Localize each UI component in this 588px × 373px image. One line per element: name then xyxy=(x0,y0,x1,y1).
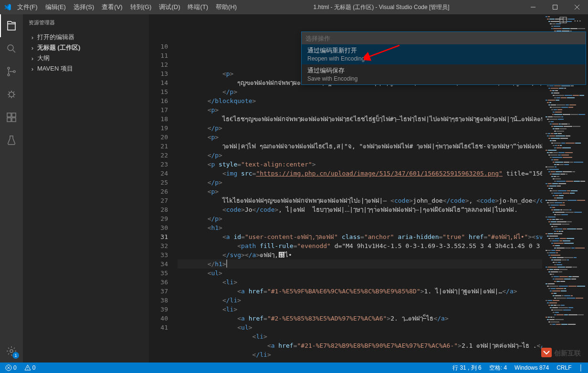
status-eol[interactable]: CRLF xyxy=(555,364,573,371)
menu-debug[interactable]: 调试(D) xyxy=(155,0,184,14)
sidebar-item-outline[interactable]: ›大纲 xyxy=(23,53,149,63)
activity-settings[interactable]: 1 xyxy=(0,340,23,363)
chevron-right-icon: › xyxy=(29,33,36,41)
menu-select[interactable]: 选择(S) xyxy=(70,0,98,14)
status-indentation[interactable]: 空格: 4 xyxy=(488,364,508,372)
svg-point-2 xyxy=(8,67,10,69)
activity-explorer[interactable] xyxy=(0,14,23,37)
statusbar: 0 0 行 31 , 列 6 空格: 4 Windows 874 CRLF │ xyxy=(0,363,588,373)
sidebar-explorer: 资源管理器 ›打开的编辑器 ›无标题 (工作区) ›大纲 ›MAVEN 项目 xyxy=(23,14,149,363)
activity-bar: 1 xyxy=(0,14,23,363)
dropdown-item-save-encoding[interactable]: 通过编码保存 Save with Encoding xyxy=(302,64,586,84)
sidebar-item-label: 无标题 (工作区) xyxy=(37,43,80,52)
svg-point-4 xyxy=(13,71,15,73)
sidebar-item-label: 大纲 xyxy=(37,54,50,62)
titlebar: 文件(F) 编辑(E) 选择(S) 查看(V) 转到(G) 调试(D) 终端(T… xyxy=(0,0,588,14)
menu-file[interactable]: 文件(F) xyxy=(13,0,42,14)
svg-rect-9 xyxy=(12,113,16,117)
svg-point-3 xyxy=(8,74,10,76)
activity-extensions[interactable] xyxy=(0,106,23,129)
svg-point-10 xyxy=(10,350,13,352)
activity-debug[interactable] xyxy=(0,83,23,106)
status-cursor-position[interactable]: 行 31 , 列 6 xyxy=(451,364,483,372)
menu-go[interactable]: 转到(G) xyxy=(126,0,156,14)
editor-area: ⋯ 10111213141516171819202122232425262728… xyxy=(149,14,588,363)
sidebar-title: 资源管理器 xyxy=(23,14,149,31)
activity-source-control[interactable] xyxy=(0,60,23,83)
dropdown-item-reopen-encoding[interactable]: 通过编码重新打开 Reopen with Encoding xyxy=(302,44,586,64)
chevron-right-icon: › xyxy=(29,65,36,73)
menu-view[interactable]: 查看(V) xyxy=(98,0,126,14)
split-editor-icon[interactable] xyxy=(559,16,567,25)
status-warnings[interactable]: 0 xyxy=(23,364,37,371)
dropdown-item-sub: Save with Encoding xyxy=(307,75,580,83)
sidebar-item-label: 打开的编辑器 xyxy=(37,33,74,41)
dropdown-item-title: 通过编码重新打开 xyxy=(307,46,580,55)
window-title: 1.html - 无标题 (工作区) - Visual Studio Code … xyxy=(313,3,449,11)
status-warnings-count: 0 xyxy=(32,364,36,371)
dropdown-item-sub: Reopen with Encoding xyxy=(307,55,580,62)
menu-bar: 文件(F) 编辑(E) 选择(S) 查看(V) 转到(G) 调试(D) 终端(T… xyxy=(13,0,241,14)
activity-test[interactable] xyxy=(0,129,23,152)
chevron-right-icon: › xyxy=(29,54,36,62)
command-palette-input[interactable] xyxy=(302,32,586,44)
menu-edit[interactable]: 编辑(E) xyxy=(42,0,70,14)
svg-point-5 xyxy=(9,92,14,97)
dropdown-item-title: 通过编码保存 xyxy=(307,66,580,75)
line-number-gutter: 1011121314151617181920212223242526272829… xyxy=(149,14,178,363)
svg-rect-7 xyxy=(7,118,11,122)
svg-rect-8 xyxy=(12,118,16,122)
chevron-right-icon: › xyxy=(29,44,36,52)
svg-rect-0 xyxy=(553,5,557,10)
maximize-button[interactable] xyxy=(544,0,566,14)
menu-terminal[interactable]: 终端(T) xyxy=(184,0,212,14)
sidebar-item-workspace[interactable]: ›无标题 (工作区) xyxy=(23,42,149,53)
status-errors-count: 0 xyxy=(13,364,17,371)
sidebar-item-label: MAVEN 项目 xyxy=(37,64,73,73)
command-palette-input-wrapper xyxy=(301,31,586,45)
sidebar-item-maven[interactable]: ›MAVEN 项目 xyxy=(23,63,149,74)
status-encoding[interactable]: Windows 874 xyxy=(513,364,550,371)
svg-point-1 xyxy=(8,45,13,51)
status-errors[interactable]: 0 xyxy=(4,364,18,371)
activity-search[interactable] xyxy=(0,37,23,60)
close-button[interactable] xyxy=(566,0,588,14)
status-lang[interactable]: │ xyxy=(578,364,585,371)
menu-help[interactable]: 帮助(H) xyxy=(212,0,241,14)
vscode-logo-icon xyxy=(4,3,11,11)
svg-rect-6 xyxy=(7,113,11,117)
more-icon[interactable]: ⋯ xyxy=(574,16,581,25)
sidebar-item-open-editors[interactable]: ›打开的编辑器 xyxy=(23,32,149,42)
minimize-button[interactable] xyxy=(522,0,544,14)
settings-badge: 1 xyxy=(12,352,19,359)
command-palette: 通过编码重新打开 Reopen with Encoding 通过编码保存 Sav… xyxy=(301,31,586,85)
